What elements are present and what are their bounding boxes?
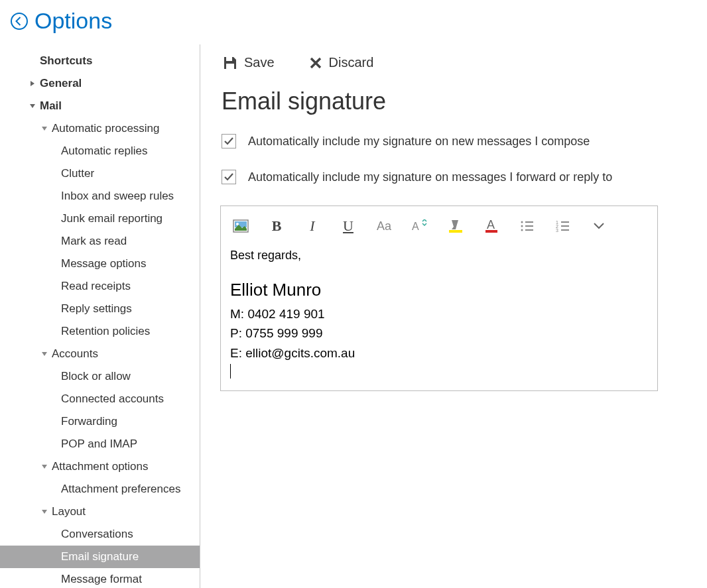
svg-rect-7	[449, 230, 462, 233]
svg-text:A: A	[487, 219, 495, 231]
sidebar-item-attachment-prefs[interactable]: Attachment preferences	[0, 478, 200, 500]
svg-rect-13	[525, 225, 533, 227]
save-icon	[223, 56, 237, 70]
check-icon	[224, 136, 234, 147]
sidebar-item-message-format[interactable]: Message format	[0, 568, 200, 588]
chevron-down-icon	[40, 126, 49, 131]
svg-rect-1	[226, 57, 232, 61]
sidebar-item-conversations[interactable]: Conversations	[0, 523, 200, 546]
sidebar-item-connected[interactable]: Connected accounts	[0, 388, 200, 410]
sidebar-item-attachment-options[interactable]: Attachment options	[0, 455, 200, 478]
svg-rect-11	[525, 221, 533, 223]
highlight-icon	[448, 219, 464, 233]
discard-label: Discard	[329, 55, 374, 70]
svg-rect-2	[226, 64, 234, 69]
sidebar-label: Connected accounts	[61, 392, 164, 406]
sidebar: Shortcuts General Mail Automatic process…	[0, 44, 200, 588]
sidebar-label: Automatic replies	[61, 145, 147, 158]
signature-email: E: elliot@gcits.com.au	[230, 343, 648, 363]
bullet-list-icon	[520, 220, 535, 232]
sidebar-item-forwarding[interactable]: Forwarding	[0, 410, 200, 433]
sidebar-label: Attachment preferences	[61, 483, 180, 496]
sidebar-item-pop-imap[interactable]: POP and IMAP	[0, 433, 200, 455]
font-color-button[interactable]: A	[482, 217, 501, 235]
font-size-button[interactable]: A	[411, 217, 429, 235]
number-list-button[interactable]: 123	[554, 217, 572, 235]
sidebar-item-retention[interactable]: Retention policies	[0, 320, 200, 343]
sidebar-item-automatic-replies[interactable]: Automatic replies	[0, 140, 200, 162]
page-title: Email signature	[220, 88, 687, 115]
signature-editor: B I U Aa A A 123	[220, 206, 658, 391]
svg-point-14	[521, 229, 523, 231]
save-button[interactable]: Save	[223, 55, 275, 70]
chevron-down-icon	[28, 103, 37, 109]
svg-rect-21	[561, 229, 569, 231]
save-label: Save	[244, 55, 275, 70]
sidebar-item-mail[interactable]: Mail	[0, 95, 200, 117]
sidebar-label: Attachment options	[52, 460, 149, 473]
underline-button[interactable]: U	[339, 217, 357, 235]
font-family-button[interactable]: Aa	[375, 217, 393, 235]
sidebar-item-inbox-rules[interactable]: Inbox and sweep rules	[0, 185, 200, 207]
sidebar-label: Mail	[40, 99, 62, 113]
sidebar-label: Forwarding	[61, 415, 117, 428]
sidebar-label: Conversations	[61, 528, 133, 541]
svg-rect-15	[525, 229, 533, 231]
sidebar-label: Inbox and sweep rules	[61, 190, 174, 203]
bullet-list-button[interactable]	[518, 217, 537, 235]
sidebar-item-junk[interactable]: Junk email reporting	[0, 207, 200, 230]
svg-text:A: A	[412, 221, 419, 232]
chevron-down-icon	[40, 464, 49, 469]
sidebar-item-accounts[interactable]: Accounts	[0, 343, 200, 365]
checkbox-new-messages[interactable]	[222, 134, 236, 148]
back-button[interactable]	[9, 11, 29, 31]
checkbox-reply-forward[interactable]	[222, 170, 236, 184]
image-button[interactable]	[231, 217, 250, 235]
svg-text:3: 3	[556, 228, 558, 232]
sidebar-item-block-allow[interactable]: Block or allow	[0, 365, 200, 388]
sidebar-item-shortcuts[interactable]: Shortcuts	[0, 50, 200, 72]
italic-button[interactable]: I	[303, 217, 322, 235]
svg-rect-17	[561, 221, 569, 223]
bold-button[interactable]: B	[267, 217, 286, 235]
sidebar-label: Retention policies	[61, 325, 150, 338]
font-color-icon: A	[484, 219, 499, 233]
chevron-down-icon	[40, 351, 49, 357]
svg-rect-19	[561, 225, 569, 227]
font-size-icon: A	[412, 219, 428, 233]
sidebar-label: Automatic processing	[52, 122, 160, 135]
sidebar-item-clutter[interactable]: Clutter	[0, 162, 200, 185]
sidebar-label: Read receipts	[61, 280, 131, 293]
signature-name: Elliot Munro	[230, 280, 648, 300]
sidebar-item-automatic-processing[interactable]: Automatic processing	[0, 117, 200, 140]
svg-rect-9	[485, 230, 497, 233]
sidebar-label: Shortcuts	[40, 54, 92, 68]
highlight-button[interactable]	[446, 217, 465, 235]
sidebar-label: Email signature	[61, 550, 139, 563]
sidebar-label: Clutter	[61, 167, 94, 180]
sidebar-label: Block or allow	[61, 370, 131, 383]
chevron-right-icon	[28, 80, 37, 87]
sidebar-item-email-signature[interactable]: Email signature	[0, 546, 200, 568]
discard-icon	[309, 56, 322, 70]
sidebar-label: Message format	[61, 573, 142, 586]
sidebar-label: Reply settings	[61, 302, 132, 316]
signature-mobile: M: 0402 419 901	[230, 304, 648, 323]
sidebar-item-read-receipts[interactable]: Read receipts	[0, 275, 200, 298]
discard-button[interactable]: Discard	[309, 55, 374, 70]
sidebar-item-message-options[interactable]: Message options	[0, 253, 200, 275]
sidebar-item-mark-as-read[interactable]: Mark as read	[0, 230, 200, 253]
signature-phone: P: 0755 999 999	[230, 323, 648, 343]
check-icon	[224, 172, 234, 182]
svg-point-10	[521, 221, 523, 223]
sidebar-item-layout[interactable]: Layout	[0, 500, 200, 523]
chevron-down-icon	[593, 222, 605, 230]
editor-body[interactable]: Best regards, Elliot Munro M: 0402 419 9…	[221, 246, 657, 381]
more-button[interactable]	[590, 217, 608, 235]
sidebar-item-reply-settings[interactable]: Reply settings	[0, 298, 200, 320]
sidebar-item-general[interactable]: General	[0, 72, 200, 95]
page-header-title: Options	[34, 8, 112, 34]
image-icon	[233, 219, 249, 233]
checkbox-label: Automatically include my signature on ne…	[248, 135, 590, 148]
sidebar-label: Junk email reporting	[61, 212, 162, 225]
